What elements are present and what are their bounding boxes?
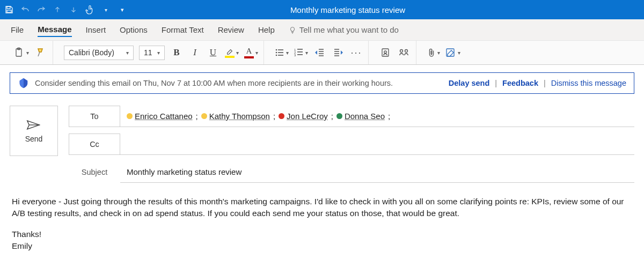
ribbon-overflow-button[interactable]: ···	[350, 45, 363, 60]
address-book-button[interactable]	[379, 45, 392, 60]
chevron-down-icon: ▾	[126, 50, 129, 56]
send-label: Send	[25, 135, 43, 143]
tab-review[interactable]: Review	[218, 25, 244, 34]
subject-field[interactable]: Monthly marketing status review	[120, 161, 634, 183]
format-painter-button[interactable]	[34, 45, 47, 60]
font-color-letter: A	[246, 47, 252, 56]
redo-icon[interactable]	[36, 5, 46, 14]
subject-label: Subject	[69, 161, 120, 183]
quick-access-toolbar: ▾ ▾	[0, 5, 127, 14]
svg-point-18	[400, 50, 403, 53]
svg-text:3: 3	[294, 54, 296, 57]
chevron-down-icon: ▾	[26, 50, 29, 56]
recipient-name: Kathy Thompson	[209, 112, 270, 121]
recipient-name: Jon LeCroy	[287, 112, 328, 121]
cc-button[interactable]: Cc	[69, 134, 120, 155]
bullets-button[interactable]: ▾	[275, 45, 289, 60]
paste-button[interactable]: ▾	[14, 45, 29, 60]
tell-me-label: Tell me what you want to do	[299, 25, 399, 34]
cc-row: Cc	[69, 134, 634, 155]
svg-rect-0	[7, 6, 10, 9]
message-header: Send To Enrico Cattaneo; Kathy Thompson;…	[10, 106, 634, 183]
to-button[interactable]: To	[69, 106, 120, 127]
decrease-indent-button[interactable]	[313, 45, 326, 60]
font-size-value: 11	[144, 48, 152, 57]
tab-file[interactable]: File	[11, 25, 24, 34]
font-name-select[interactable]: Calibri (Body) ▾	[64, 46, 134, 60]
svg-point-17	[384, 51, 386, 53]
tab-options[interactable]: Options	[120, 25, 148, 34]
italic-button[interactable]: I	[188, 45, 201, 60]
up-arrow-icon[interactable]	[53, 5, 62, 14]
chevron-down-icon: ▾	[255, 50, 258, 56]
font-size-select[interactable]: 11 ▾	[139, 46, 165, 60]
svg-point-19	[405, 50, 408, 53]
presence-indicator	[127, 113, 133, 119]
send-icon	[26, 119, 41, 131]
insights-icon	[18, 77, 30, 89]
touch-mode-icon[interactable]	[85, 5, 94, 14]
tab-help[interactable]: Help	[258, 25, 275, 34]
highlight-color-swatch	[225, 56, 235, 58]
feedback-link[interactable]: Feedback	[502, 79, 538, 87]
ribbon: ▾ Calibri (Body) ▾ 11 ▾ B I U ▾	[0, 41, 644, 65]
recipient-chip[interactable]: Donna Seo	[336, 112, 385, 121]
tab-message[interactable]: Message	[38, 25, 71, 37]
ribbon-font-group: Calibri (Body) ▾ 11 ▾ B I U ▾ A ▾	[58, 41, 264, 64]
recipient-name: Enrico Cattaneo	[135, 112, 193, 121]
font-color-button[interactable]: A ▾	[244, 45, 258, 60]
cc-field[interactable]	[120, 134, 634, 155]
chevron-down-icon: ▾	[286, 50, 289, 56]
insights-text: Consider sending this email on Thu, Nov …	[35, 79, 393, 87]
svg-point-4	[276, 49, 277, 51]
to-field[interactable]: Enrico Cattaneo; Kathy Thompson; Jon LeC…	[120, 106, 634, 127]
svg-rect-7	[278, 52, 283, 53]
highlighter-icon	[225, 48, 234, 55]
compose-area: Consider sending this email on Thu, Nov …	[0, 65, 644, 253]
font-name-value: Calibri (Body)	[69, 48, 114, 57]
numbering-button[interactable]: 123 ▾	[294, 45, 308, 60]
chevron-down-icon: ▾	[305, 50, 308, 56]
down-arrow-icon[interactable]	[69, 5, 78, 14]
lightbulb-icon	[289, 26, 296, 34]
message-body[interactable]: Hi everyone - Just going through the res…	[10, 183, 634, 253]
bold-button[interactable]: B	[170, 45, 183, 60]
recipient-chip[interactable]: Jon LeCroy	[279, 112, 328, 121]
ribbon-paragraph-group: ▾ 123 ▾ ···	[269, 41, 369, 64]
recipient-chip[interactable]: Enrico Cattaneo	[127, 112, 193, 121]
tell-me-search[interactable]: Tell me what you want to do	[289, 25, 399, 34]
body-signature: Emily	[12, 240, 632, 252]
tab-insert[interactable]: Insert	[86, 25, 106, 34]
signature-button[interactable]: ▾	[445, 45, 460, 60]
svg-rect-15	[297, 54, 303, 55]
presence-indicator	[201, 113, 207, 119]
chevron-down-icon: ▾	[157, 50, 160, 56]
undo-icon[interactable]	[20, 5, 30, 14]
svg-rect-11	[297, 49, 303, 50]
svg-point-6	[276, 52, 277, 54]
svg-rect-5	[278, 49, 283, 50]
check-names-button[interactable]	[398, 45, 411, 60]
underline-button[interactable]: U	[207, 45, 219, 60]
ribbon-names-group	[374, 41, 416, 64]
delay-send-link[interactable]: Delay send	[449, 79, 490, 87]
dismiss-link[interactable]: Dismiss this message	[551, 79, 626, 87]
body-paragraph: Thanks!	[12, 228, 632, 240]
tab-format-text[interactable]: Format Text	[162, 25, 204, 34]
customize-qat-icon[interactable]: ▾	[117, 5, 127, 14]
ribbon-clipboard-group: ▾	[9, 41, 53, 64]
chevron-down-icon: ▾	[437, 50, 440, 56]
ribbon-tabs: File Message Insert Options Format Text …	[0, 19, 644, 41]
highlight-button[interactable]: ▾	[225, 45, 239, 60]
attach-file-button[interactable]: ▾	[427, 45, 440, 60]
svg-rect-16	[382, 49, 389, 56]
qat-chevron-icon[interactable]: ▾	[101, 5, 111, 14]
increase-indent-button[interactable]	[332, 45, 345, 60]
svg-rect-3	[18, 48, 20, 50]
recipient-chip[interactable]: Kathy Thompson	[201, 112, 270, 121]
window-title: Monthly marketing status review	[127, 5, 644, 14]
insights-banner: Consider sending this email on Thu, Nov …	[10, 72, 634, 94]
save-icon[interactable]	[4, 5, 14, 14]
send-button[interactable]: Send	[10, 106, 58, 156]
font-color-swatch	[244, 56, 254, 58]
